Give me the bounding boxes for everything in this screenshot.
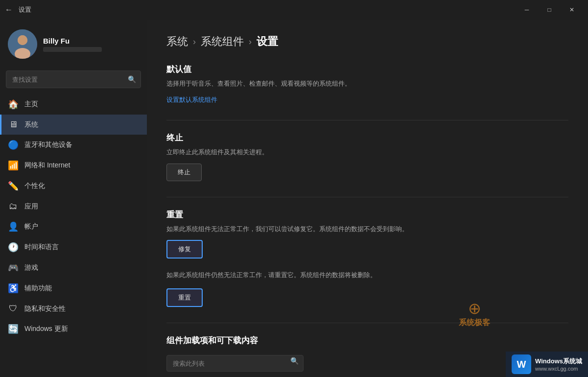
sidebar-item-personalization[interactable]: ✏️ 个性化 [0,176,147,196]
sidebar-item-bluetooth[interactable]: 🔵 蓝牙和其他设备 [0,135,147,155]
reset-desc1: 如果此系统组件无法正常工作，我们可以尝试修复它。系统组件的数据不会受到影响。 [166,224,568,235]
reset-title: 重置 [166,209,568,220]
titlebar-left: ← 设置 [5,5,31,14]
divider-2 [166,197,568,197]
sidebar-item-personalization-label: 个性化 [24,182,45,190]
titlebar: ← 设置 ─ □ ✕ [0,0,588,20]
breadcrumb-sep2: › [249,37,252,47]
time-icon: 🕐 [8,242,19,253]
defaults-title: 默认值 [166,64,568,75]
privacy-icon: 🛡 [8,304,19,314]
user-email [43,47,102,52]
defaults-section: 默认值 选择用于听音乐、查看照片、检查邮件、观看视频等的系统组件。 设置默认系统… [166,64,568,104]
sidebar-item-privacy[interactable]: 🛡 隐私和安全性 [0,299,147,319]
sidebar-item-gaming-label: 游戏 [24,263,38,272]
sidebar-item-network[interactable]: 📶 网络和 Internet [0,155,147,176]
defaults-link[interactable]: 设置默认系统组件 [166,96,217,103]
sidebar-item-time[interactable]: 🕐 时间和语言 [0,237,147,258]
minimize-button[interactable]: ─ [516,2,538,18]
avatar [8,29,37,59]
divider-3 [166,323,568,323]
watermark-windows: W Windows系统城 www.wxcLgg.com [506,352,588,377]
search-input[interactable] [6,71,141,88]
addons-search-icon: 🔍 [290,357,299,365]
gaming-icon: 🎮 [8,262,19,273]
watermark-xitong: ⊕ 系统极客 [459,299,490,328]
accounts-icon: 👤 [8,221,19,232]
sidebar-item-accessibility-label: 辅助功能 [24,284,52,293]
terminate-button[interactable]: 终止 [166,164,202,181]
reset-button[interactable]: 重置 [166,288,203,307]
apps-icon: 🗂 [8,201,19,212]
reset-desc2: 如果此系统组件仍然无法正常工作，请重置它。系统组件的数据将被删除。 [166,270,568,281]
search-box[interactable]: 🔍 [6,71,141,88]
sidebar-item-system-label: 系统 [24,120,38,129]
svg-point-3 [18,35,27,45]
breadcrumb-sep1: › [193,37,196,47]
bluetooth-icon: 🔵 [8,140,19,150]
close-button[interactable]: ✕ [561,2,583,18]
sidebar-item-home-label: 主页 [24,100,38,109]
sidebar-item-accessibility[interactable]: ♿ 辅助功能 [0,278,147,299]
addons-search-input[interactable] [166,355,304,372]
main-container: Billy Fu 🔍 🏠 主页 🖥 系统 🔵 蓝牙和其他设备 📶 网络和 Int… [0,20,588,377]
user-section[interactable]: Billy Fu [0,20,147,67]
user-info: Billy Fu [43,37,139,52]
sidebar-item-privacy-label: 隐私和安全性 [24,305,66,313]
breadcrumb-part1: 系统 [166,34,188,49]
sidebar-item-apps-label: 应用 [24,202,38,211]
maximize-button[interactable]: □ [538,2,561,18]
home-icon: 🏠 [8,99,19,110]
sidebar-item-apps[interactable]: 🗂 应用 [0,196,147,216]
breadcrumb-current: 设置 [257,34,278,49]
terminate-desc: 立即终止此系统组件及其相关进程。 [166,147,568,158]
breadcrumb: 系统 › 系统组件 › 设置 [166,34,568,49]
divider-1 [166,120,568,120]
sidebar-item-network-label: 网络和 Internet [24,161,70,170]
breadcrumb-part2: 系统组件 [201,34,244,49]
sidebar-item-gaming[interactable]: 🎮 游戏 [0,258,147,278]
titlebar-title: 设置 [19,5,31,14]
window-controls: ─ □ ✕ [516,2,583,18]
sidebar-item-bluetooth-label: 蓝牙和其他设备 [24,141,72,149]
terminate-title: 终止 [166,132,568,143]
sidebar-item-accounts-label: 帐户 [24,222,38,231]
sidebar-item-home[interactable]: 🏠 主页 [0,94,147,115]
sidebar-item-time-label: 时间和语言 [24,243,59,252]
repair-button[interactable]: 修复 [166,240,203,259]
system-icon: 🖥 [8,119,19,130]
windows-update-icon: 🔄 [8,324,19,334]
network-icon: 📶 [8,160,19,171]
sidebar-item-accounts[interactable]: 👤 帐户 [0,216,147,237]
defaults-desc: 选择用于听音乐、查看照片、检查邮件、观看视频等的系统组件。 [166,79,568,89]
reset-section: 重置 如果此系统组件无法正常工作，我们可以尝试修复它。系统组件的数据不会受到影响… [166,209,568,307]
terminate-section: 终止 立即终止此系统组件及其相关进程。 终止 [166,132,568,181]
addons-search-wrap: 🔍 [166,350,304,372]
content-area: 系统 › 系统组件 › 设置 默认值 选择用于听音乐、查看照片、检查邮件、观看视… [147,20,588,377]
sidebar-item-windows-update-label: Windows 更新 [24,325,68,333]
sidebar-item-system[interactable]: 🖥 系统 [0,115,147,135]
user-name: Billy Fu [43,37,139,45]
personalization-icon: ✏️ [8,181,19,191]
search-icon: 🔍 [128,75,136,83]
addons-title: 组件加载项和可下载内容 [166,335,568,346]
sidebar: Billy Fu 🔍 🏠 主页 🖥 系统 🔵 蓝牙和其他设备 📶 网络和 Int… [0,20,147,377]
back-button[interactable]: ← [5,5,13,14]
sidebar-item-windows-update[interactable]: 🔄 Windows 更新 [0,319,147,339]
accessibility-icon: ♿ [8,283,19,294]
